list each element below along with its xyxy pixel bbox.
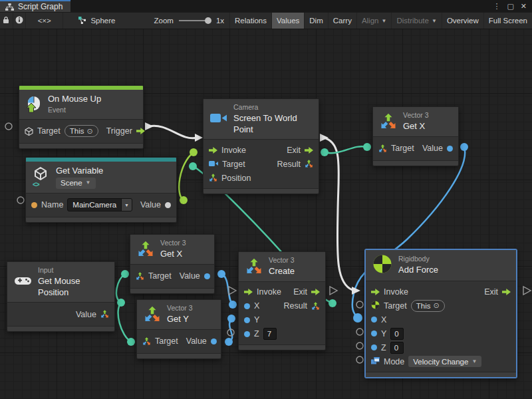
y-port[interactable] — [371, 331, 377, 336]
vector3-icon[interactable] — [142, 337, 151, 346]
node-get-x-right[interactable]: Vector 3 Get X Target Value — [372, 106, 459, 166]
flow-arrow-icon[interactable] — [311, 289, 320, 295]
port-variable-value-output[interactable] — [180, 196, 188, 204]
port-addforce-target-input[interactable] — [356, 301, 363, 308]
wire-variable-to-camera-target[interactable] — [179, 152, 194, 200]
y-value-field[interactable]: 0 — [390, 328, 404, 340]
target-object-field[interactable]: This ⊙ — [65, 125, 98, 137]
wire-mousepos-to-getx-target[interactable] — [116, 274, 125, 303]
vector3-icon[interactable] — [305, 160, 313, 168]
node-category: Vector 3 — [167, 304, 193, 313]
flow-arrow-icon[interactable] — [371, 289, 380, 295]
node-get-x-mid[interactable]: Vector 3 Get X Target Value — [130, 234, 215, 294]
target-object-field[interactable]: This ⊙ — [411, 300, 445, 312]
variable-scope-dropdown[interactable]: Scene ▼ — [56, 178, 96, 189]
port-getxmid-value-output[interactable] — [217, 270, 225, 278]
port-trigger-output[interactable] — [145, 122, 154, 130]
z-port[interactable] — [371, 344, 377, 350]
port-create-result-output[interactable] — [329, 299, 336, 307]
chevron-down-icon: ▼ — [86, 180, 91, 186]
node-screen-to-world-point[interactable]: Camera Screen To World Point Invoke Exit… — [203, 98, 319, 194]
trigger-label: Trigger — [106, 126, 132, 136]
wire-mousepos-to-gety-target[interactable] — [118, 303, 131, 342]
port-camera-position-input[interactable] — [189, 162, 197, 170]
port-create-invoke-input[interactable] — [229, 287, 236, 295]
force-mode-dropdown[interactable]: Velocity Change ▼ — [408, 356, 481, 367]
node-on-mouse-up[interactable]: On Mouse Up Event Target This ⊙ Trigger — [19, 85, 144, 149]
x-port[interactable] — [244, 303, 250, 309]
vector3-icon[interactable] — [136, 272, 144, 281]
wire-camera-exit-to-addforce-invoke[interactable] — [323, 138, 352, 290]
vector3-icon[interactable] — [209, 174, 217, 182]
flow-arrow-icon[interactable] — [209, 147, 217, 154]
value-port[interactable] — [165, 202, 171, 208]
vector3-icon[interactable] — [378, 144, 387, 153]
port-create-y-input[interactable] — [227, 315, 235, 323]
node-get-variable[interactable]: <> Get Variable Scene ▼ Name MainCamera … — [25, 157, 177, 223]
object-picker-icon[interactable]: ⊙ — [433, 301, 439, 310]
x-port[interactable] — [371, 317, 377, 323]
flow-arrow-icon[interactable] — [502, 289, 511, 295]
port-gety-value-output[interactable] — [225, 338, 233, 346]
chevron-down-icon: ▼ — [121, 199, 132, 211]
wire-camera-result-to-getx-target[interactable] — [325, 146, 366, 153]
vector3-icon[interactable] — [100, 310, 109, 319]
port-camera-target-input[interactable] — [190, 148, 198, 156]
exit-label: Exit — [293, 287, 307, 297]
port-getxright-target-input[interactable] — [363, 143, 371, 151]
object-picker-icon[interactable]: ⊙ — [86, 127, 92, 136]
node-category: Rigidbody — [398, 255, 438, 264]
port-camera-result-output[interactable] — [321, 148, 329, 156]
node-title: Get X — [403, 121, 429, 132]
value-port[interactable] — [211, 338, 217, 344]
node-add-force[interactable]: Rigidbody Add Force Invoke Exit Target T… — [365, 249, 517, 378]
port-addforce-x-input[interactable] — [353, 313, 362, 323]
value-port[interactable] — [447, 146, 453, 152]
node-title: Get X — [160, 249, 186, 260]
value-port[interactable] — [204, 273, 210, 279]
port-camera-exit-output[interactable] — [320, 134, 329, 142]
port-getvariable-unconnected[interactable] — [17, 197, 24, 203]
z-port[interactable] — [244, 331, 250, 337]
vector3-icon[interactable] — [311, 302, 320, 311]
z-value-field[interactable]: 7 — [263, 328, 277, 340]
value-label: Value — [140, 200, 161, 209]
wire-trigger-to-camera-invoke[interactable] — [149, 126, 197, 138]
node-subtitle: Event — [48, 106, 101, 115]
node-category: Vector 3 — [403, 111, 429, 120]
z-value-field[interactable]: 0 — [390, 342, 404, 354]
node-title: Get Mouse Position — [38, 276, 108, 299]
port-getxright-value-output[interactable] — [460, 143, 468, 151]
vector3-icon — [245, 258, 263, 275]
node-get-mouse-position[interactable]: Input Get Mouse Position Value — [7, 261, 115, 332]
flow-arrow-icon[interactable] — [305, 147, 313, 154]
node-create-vector3[interactable]: Vector 3 Create Invoke Exit X Result — [238, 251, 326, 350]
name-port[interactable] — [31, 202, 37, 208]
x-label: X — [254, 301, 259, 311]
flow-arrow-icon[interactable] — [244, 289, 253, 295]
flow-arrow-icon[interactable] — [136, 128, 145, 134]
port-addforce-y-input[interactable] — [356, 329, 363, 335]
port-create-exit-output[interactable] — [330, 287, 337, 295]
port-create-x-input[interactable] — [229, 301, 237, 309]
y-port[interactable] — [244, 317, 250, 323]
node-title: Add Force — [398, 265, 438, 276]
port-onmouseup-unconnected[interactable] — [5, 123, 12, 130]
invoke-label: Invoke — [257, 287, 281, 297]
port-addforce-exit-output[interactable] — [523, 287, 531, 295]
vector3-icon — [380, 113, 397, 130]
node-category: Vector 3 — [160, 239, 186, 248]
port-gety-target-input[interactable] — [127, 338, 135, 346]
port-addforce-mode-input[interactable] — [356, 356, 363, 363]
variable-name-select[interactable]: MainCamera ▼ — [67, 198, 132, 211]
port-mousepos-value-output[interactable] — [117, 299, 125, 307]
port-camera-invoke-input[interactable] — [195, 134, 203, 142]
node-get-y[interactable]: Vector 3 Get Y Target Value — [136, 299, 221, 359]
node-title: Get Variable — [56, 166, 103, 177]
wire-getx-value-to-create-x[interactable] — [221, 274, 233, 305]
port-addforce-z-input[interactable] — [356, 342, 363, 349]
exit-label: Exit — [287, 146, 301, 155]
port-getxmid-target-input[interactable] — [121, 270, 129, 278]
value-label: Value — [76, 310, 96, 319]
value-label: Value — [422, 144, 443, 153]
